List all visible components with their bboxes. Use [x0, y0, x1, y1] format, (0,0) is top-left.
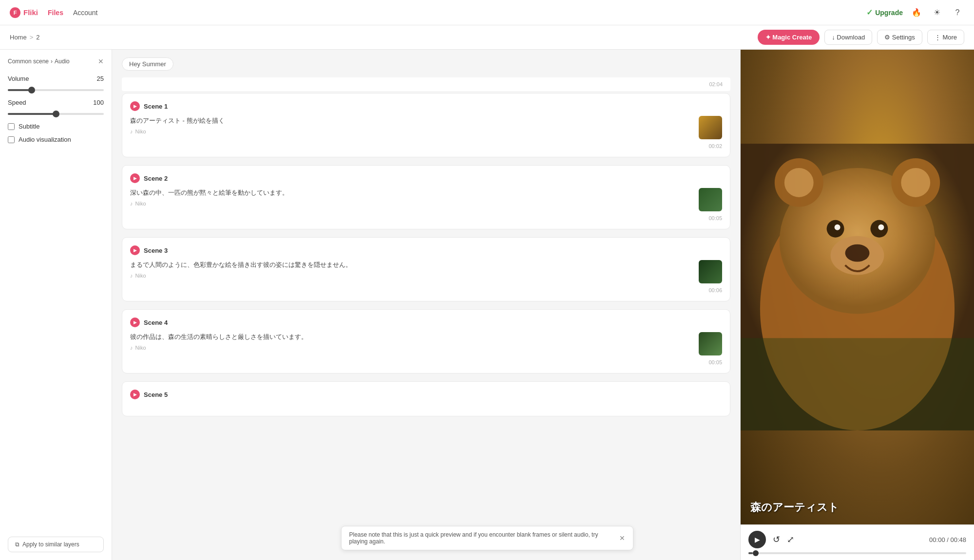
- replay-icon: ↺: [773, 535, 780, 544]
- audio-tag[interactable]: Hey Summer: [122, 57, 730, 77]
- subtitle-label[interactable]: Subtitle: [19, 123, 39, 130]
- left-sidebar: Common scene › Audio ✕ Volume 25 Speed 1…: [0, 50, 112, 560]
- volume-slider[interactable]: [8, 89, 104, 91]
- scene-header: ▶ Scene 5: [130, 390, 722, 399]
- scene-body: 深い森の中、一匹の熊が黙々と絵筆を動かしています。 ♪ Niko: [130, 188, 722, 211]
- toolbar-right-actions: ✦ Magic Create ↓ Download ⚙ Settings ⋮ M…: [758, 30, 964, 45]
- app-logo[interactable]: F Fliki: [10, 7, 38, 18]
- help-icon[interactable]: ?: [951, 6, 964, 19]
- scene-text: まるで人間のように、色彩豊かな絵を描き出す彼の姿には驚きを隠せません。: [130, 260, 352, 270]
- audio-visualization-label[interactable]: Audio visualization: [19, 136, 71, 143]
- scene-text: 彼の作品は、森の生活の素晴らしさと厳しさを描いています。: [130, 332, 307, 342]
- more-label: ⋮ More: [935, 34, 957, 41]
- scene-card-scene5[interactable]: ▶ Scene 5: [122, 381, 730, 416]
- scene-time: 00:05: [708, 215, 722, 221]
- scene-title: Scene 3: [144, 247, 168, 254]
- scene-thumbnail: [699, 188, 722, 211]
- scene-card-scene3[interactable]: ▶ Scene 3 まるで人間のように、色彩豊かな絵を描き出す彼の姿には驚きを隠…: [122, 237, 730, 301]
- scene-card-scene4[interactable]: ▶ Scene 4 彼の作品は、森の生活の素晴らしさと厳しさを描いています。 ♪…: [122, 309, 730, 373]
- scene-time: 00:02: [708, 143, 722, 149]
- speed-fill: [8, 113, 56, 115]
- scene-narrator: ♪ Niko: [130, 345, 307, 351]
- audio-total-time: 02:04: [709, 81, 723, 87]
- fullscreen-icon: ⤢: [787, 535, 794, 544]
- scene-body: まるで人間のように、色彩豊かな絵を描き出す彼の姿には驚きを隠せません。 ♪ Ni…: [130, 260, 722, 283]
- nav-files[interactable]: Files: [48, 9, 63, 17]
- magic-create-button[interactable]: ✦ Magic Create: [758, 30, 820, 45]
- video-progress-bar[interactable]: [748, 552, 966, 554]
- scene-thumbnail: [699, 332, 722, 355]
- toolbar: Home > 2 ✦ Magic Create ↓ Download ⚙ Set…: [0, 25, 974, 50]
- video-panel: 森のアーティスト ▶ ↺ ⤢ 00:00 / 00:48: [740, 50, 974, 560]
- breadcrumb-separator: >: [30, 34, 34, 41]
- scene-footer: 00:05: [130, 359, 722, 365]
- settings-button[interactable]: ⚙ Settings: [877, 30, 922, 45]
- video-background: [741, 50, 974, 524]
- speed-label: Speed: [8, 99, 26, 106]
- upgrade-label: Upgrade: [875, 9, 903, 17]
- apply-similar-layers-button[interactable]: ⧉ Apply to similar layers: [8, 537, 104, 552]
- scene-title: Scene 5: [144, 391, 168, 398]
- notification-close-button[interactable]: ✕: [619, 534, 625, 542]
- scene-footer: 00:06: [130, 287, 722, 293]
- scene-play-icon: ▶: [130, 173, 140, 183]
- scene-time: 00:06: [708, 287, 722, 293]
- notification-bar: Please note that this is just a quick pr…: [341, 526, 633, 550]
- sidebar-common-scene[interactable]: Common scene: [8, 58, 49, 65]
- top-navigation: F Fliki Files Account ✓ Upgrade 🔥 ☀ ?: [0, 0, 974, 25]
- settings-label: ⚙ Settings: [884, 34, 915, 41]
- subtitle-row: Subtitle: [8, 123, 104, 130]
- brightness-icon[interactable]: ☀: [930, 6, 944, 19]
- scene-header: ▶ Scene 4: [130, 317, 722, 327]
- video-subtitle: 森のアーティスト: [750, 500, 964, 515]
- svg-point-10: [878, 224, 884, 230]
- scene-title: Scene 4: [144, 319, 168, 326]
- play-button[interactable]: ▶: [748, 531, 766, 548]
- magic-create-label: ✦ Magic Create: [765, 34, 812, 41]
- scene-play-icon: ▶: [130, 101, 140, 111]
- scene-header: ▶ Scene 2: [130, 173, 722, 183]
- download-button[interactable]: ↓ Download: [824, 30, 872, 45]
- audio-visualization-checkbox[interactable]: [8, 136, 15, 143]
- scene-card-scene2[interactable]: ▶ Scene 2 深い森の中、一匹の熊が黙々と絵筆を動かしています。 ♪ Ni…: [122, 165, 730, 229]
- scene-play-icon: ▶: [130, 245, 140, 255]
- speed-row: Speed 100: [8, 99, 104, 106]
- scene-header: ▶ Scene 3: [130, 245, 722, 255]
- flame-icon[interactable]: 🔥: [910, 6, 923, 19]
- sidebar-close-button[interactable]: ✕: [98, 57, 104, 65]
- scene-text: 深い森の中、一匹の熊が黙々と絵筆を動かしています。: [130, 188, 288, 198]
- nav-account[interactable]: Account: [73, 9, 98, 17]
- svg-point-4: [784, 168, 814, 197]
- scene-list: Hey Summer 02:04 ▶ Scene 1 森のアーティスト - 熊が…: [112, 50, 740, 560]
- volume-value: 25: [97, 75, 104, 82]
- check-icon: ✓: [866, 8, 873, 17]
- fullscreen-button[interactable]: ⤢: [787, 534, 794, 545]
- download-label: ↓ Download: [832, 34, 865, 41]
- upgrade-button[interactable]: ✓ Upgrade: [866, 8, 903, 17]
- speed-slider[interactable]: [8, 113, 104, 115]
- audio-duration-row: 02:04: [122, 77, 730, 91]
- progress-thumb[interactable]: [753, 550, 759, 556]
- logo-icon: F: [10, 7, 20, 18]
- scenes-container: ▶ Scene 1 森のアーティスト - 熊が絵を描く ♪ Niko 00:02…: [122, 93, 730, 416]
- video-preview: 森のアーティスト: [741, 50, 974, 524]
- sidebar-header: Common scene › Audio ✕: [8, 57, 104, 65]
- sidebar-breadcrumb: Common scene › Audio: [8, 58, 70, 65]
- bear-image: [741, 50, 974, 524]
- sidebar-audio[interactable]: Audio: [55, 58, 70, 65]
- scene-body: 彼の作品は、森の生活の素晴らしさと厳しさを描いています。 ♪ Niko: [130, 332, 722, 355]
- apply-label: Apply to similar layers: [22, 541, 79, 548]
- narrator-icon: ♪: [130, 345, 133, 351]
- breadcrumb-home[interactable]: Home: [10, 34, 27, 41]
- volume-label: Volume: [8, 75, 29, 82]
- replay-button[interactable]: ↺: [773, 534, 780, 545]
- volume-thumb[interactable]: [28, 87, 35, 93]
- subtitle-checkbox[interactable]: [8, 123, 15, 130]
- scene-title: Scene 1: [144, 103, 168, 110]
- scene-card-scene1[interactable]: ▶ Scene 1 森のアーティスト - 熊が絵を描く ♪ Niko 00:02: [122, 93, 730, 157]
- speed-thumb[interactable]: [53, 111, 59, 117]
- scene-time: 00:05: [708, 359, 722, 365]
- app-name: Fliki: [23, 8, 38, 17]
- more-button[interactable]: ⋮ More: [927, 30, 964, 45]
- narrator-icon: ♪: [130, 129, 133, 134]
